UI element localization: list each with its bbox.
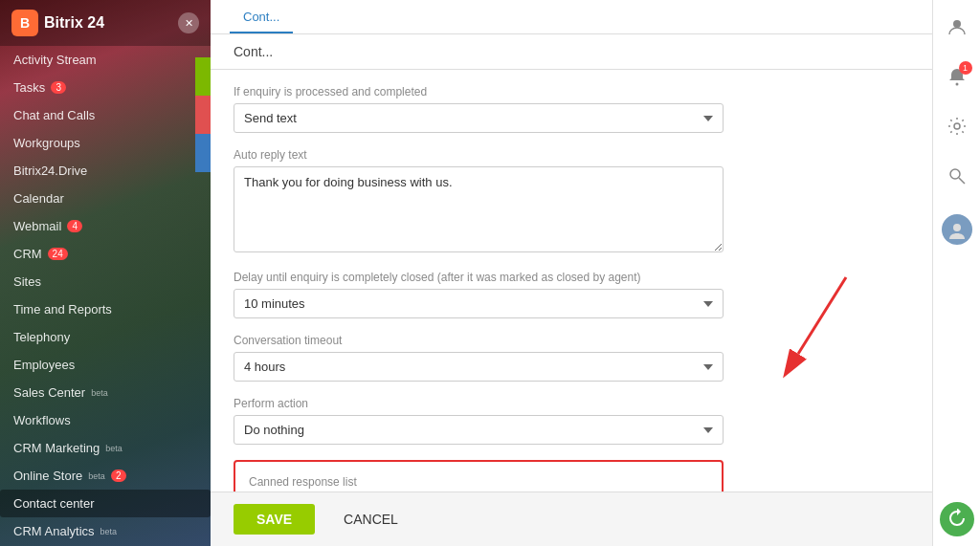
sidebar-item-tasks[interactable]: Tasks 3 [0, 74, 211, 101]
sidebar-item-sales-center[interactable]: Sales Center beta [0, 379, 211, 406]
notification-badge: 1 [959, 61, 972, 75]
sidebar-item-label: CRM Analytics [13, 524, 95, 538]
timeout-select[interactable]: 4 hours 1 hour 2 hours 8 hours [234, 352, 724, 382]
svg-point-3 [955, 83, 958, 86]
enquiry-select[interactable]: Send text Do nothing Close conversation [234, 103, 724, 133]
delay-label: Delay until enquiry is completely closed… [234, 271, 724, 284]
user-icon-button[interactable] [940, 10, 974, 44]
sidebar-item-label: Workgroups [13, 136, 80, 150]
bitrix-logo[interactable]: B Bitrix 24 [11, 10, 104, 36]
delay-select[interactable]: 10 minutes 5 minutes 30 minutes 1 hour [234, 289, 724, 318]
svg-point-4 [954, 123, 960, 129]
svg-point-7 [953, 224, 961, 231]
page-header: Cont... [211, 34, 932, 70]
sidebar-item-bitrix24-drive[interactable]: Bitrix24.Drive [0, 157, 211, 185]
sidebar-item-label: Telephony [13, 330, 70, 344]
auto-reply-group: Auto reply text Thank you for doing busi… [234, 148, 724, 255]
perform-label: Perform action [234, 397, 724, 410]
sidebar-item-workgroups[interactable]: Workgroups [0, 129, 211, 157]
sidebar-item-label: Activity Stream [13, 53, 97, 67]
tab-strip: Cont... [211, 0, 932, 34]
sidebar-item-label: Time and Reports [13, 302, 112, 317]
logo-icon: B [11, 10, 38, 36]
sidebar-header: B Bitrix 24 ✕ [0, 0, 211, 46]
sidebar-item-telephony[interactable]: Telephony [0, 323, 211, 351]
canned-response-box: Canned response list Create automaticall… [234, 460, 724, 491]
beta-badge: beta [100, 527, 118, 536]
timeout-label: Conversation timeout [234, 334, 724, 347]
sidebar-item-label: Tasks [13, 80, 45, 95]
settings-icon-button[interactable] [940, 109, 974, 143]
right-panel: 1 [932, 0, 980, 546]
canned-section-label: Canned response list [249, 475, 708, 489]
beta-badge: beta [91, 388, 108, 398]
sidebar-item-webmail[interactable]: Webmail 4 [0, 212, 211, 240]
beta-badge: beta [105, 444, 122, 453]
sidebar-item-workflows[interactable]: Workflows [0, 406, 211, 434]
bell-icon-button[interactable]: 1 [940, 59, 974, 94]
svg-point-2 [953, 20, 961, 28]
main-content: Cont... Cont... If enquiry is processed … [211, 0, 932, 546]
timeout-group: Conversation timeout 4 hours 1 hour 2 ho… [234, 334, 724, 382]
sidebar-item-label: Sites [13, 274, 41, 289]
form-actions: SAVE CANCEL [211, 491, 932, 546]
sidebar-item-chat-and-calls[interactable]: Chat and Calls [0, 101, 211, 129]
perform-select[interactable]: Do nothing Create automatically Close co… [234, 415, 724, 445]
tasks-badge: 3 [51, 81, 66, 94]
sidebar: B Bitrix 24 ✕ Activity Stream Tasks 3 Ch… [0, 0, 211, 546]
close-button[interactable]: ✕ [178, 12, 199, 33]
sidebar-item-label: Webmail [13, 219, 61, 233]
perform-action-group: Perform action Do nothing Create automat… [234, 397, 724, 445]
delay-group: Delay until enquiry is completely closed… [234, 271, 724, 318]
svg-line-6 [959, 178, 965, 184]
page-title: Cont... [234, 44, 273, 59]
tab-contact-center[interactable]: Cont... [230, 2, 293, 33]
auto-reply-label: Auto reply text [234, 148, 724, 162]
save-button[interactable]: SAVE [234, 504, 315, 535]
sidebar-item-label: Chat and Calls [13, 108, 95, 122]
sidebar-item-label: Sales Center [13, 385, 85, 400]
sidebar-item-label: Workflows [13, 413, 71, 427]
sidebar-item-crm-marketing[interactable]: CRM Marketing beta [0, 434, 211, 462]
sidebar-item-label: CRM Marketing [13, 441, 100, 455]
sidebar-item-activity-stream[interactable]: Activity Stream [0, 46, 211, 74]
online-store-badge: 2 [111, 470, 126, 482]
auto-reply-textarea[interactable]: Thank you for doing business with us. [234, 166, 724, 252]
crm-badge: 24 [48, 248, 68, 260]
form-inner: If enquiry is processed and completed Se… [211, 70, 746, 491]
search-icon-button[interactable] [940, 159, 974, 193]
webmail-badge: 4 [67, 220, 82, 232]
sidebar-item-label: Bitrix24.Drive [13, 164, 87, 178]
sidebar-item-label: Employees [13, 358, 75, 372]
enquiry-label: If enquiry is processed and completed [234, 85, 724, 98]
form-scroll[interactable]: If enquiry is processed and completed Se… [211, 70, 932, 491]
avatar-button[interactable] [940, 212, 974, 247]
sidebar-item-label: Contact center [13, 496, 95, 511]
sidebar-item-crm-analytics[interactable]: CRM Analytics beta [0, 517, 211, 545]
sidebar-item-online-store[interactable]: Online Store beta 2 [0, 462, 211, 490]
sidebar-item-label: CRM [13, 247, 42, 261]
logo-text: Bitrix 24 [44, 14, 104, 32]
enquiry-group: If enquiry is processed and completed Se… [234, 85, 724, 133]
sidebar-item-employees[interactable]: Employees [0, 351, 211, 379]
sidebar-item-label: Calendar [13, 191, 64, 206]
svg-point-5 [950, 169, 960, 179]
beta-badge: beta [88, 471, 105, 481]
fab-button[interactable] [940, 502, 974, 536]
tab-label: Cont... [243, 10, 279, 24]
sidebar-item-crm[interactable]: CRM 24 [0, 240, 211, 268]
cancel-button[interactable]: CANCEL [324, 504, 417, 535]
sidebar-item-time-and-reports[interactable]: Time and Reports [0, 295, 211, 323]
sidebar-item-calendar[interactable]: Calendar [0, 185, 211, 212]
sidebar-item-contact-center[interactable]: Contact center [0, 490, 211, 517]
sidebar-item-label: Online Store [13, 469, 82, 483]
sidebar-item-sites[interactable]: Sites [0, 268, 211, 295]
